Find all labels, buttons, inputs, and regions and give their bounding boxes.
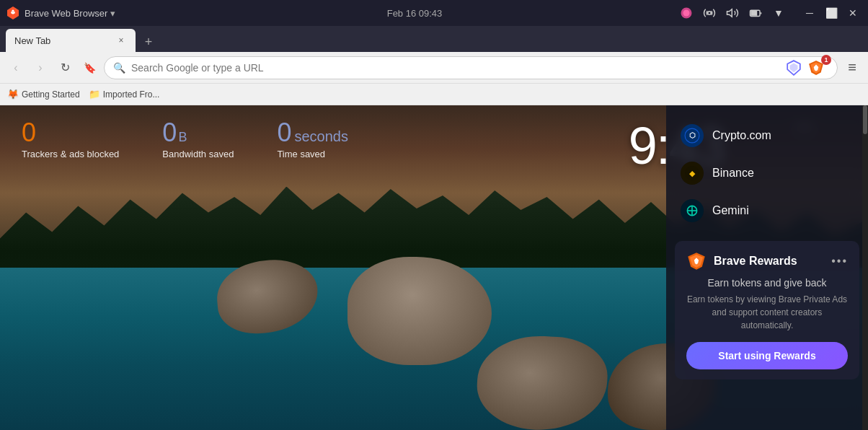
right-panel: ⬡ Crypto.com ◆ Binance — [666, 105, 868, 430]
exchange-item-binance[interactable]: ◆ Binance — [666, 154, 868, 192]
bookmarks-bar: 🦊 Getting Started 📁 Imported Fro... — [0, 84, 868, 105]
brave-logo-icon — [6, 6, 20, 20]
svg-point-7 — [708, 12, 712, 15]
active-tab[interactable]: New Tab × — [6, 29, 136, 52]
svg-point-4 — [12, 9, 14, 12]
tab-bar: New Tab × + — [0, 26, 868, 52]
address-bar[interactable]: 🔍 1 — [104, 56, 838, 79]
stat-trackers: 0 Trackers & ads blocked — [22, 120, 119, 159]
crypto-name: Crypto.com — [712, 129, 771, 142]
tray-icon-battery — [748, 6, 763, 20]
stat-bandwidth: 0 B Bandwidth saved — [162, 120, 234, 159]
binance-name: Binance — [712, 167, 754, 180]
bookmark-button[interactable]: 🔖 — [79, 58, 99, 78]
trackers-label: Trackers & ads blocked — [22, 149, 119, 159]
crypto-icon: ⬡ — [681, 124, 704, 147]
svg-text:⬡: ⬡ — [689, 131, 696, 139]
title-bar-right: ▼ ─ ⬜ ✕ — [679, 5, 862, 21]
rewards-logo-icon — [686, 251, 707, 271]
time-label: Time saved — [277, 149, 348, 159]
bandwidth-unit: B — [178, 130, 187, 145]
start-rewards-label: Start using Rewards — [718, 350, 815, 361]
datetime-display: Feb 16 09:43 — [387, 8, 443, 19]
maximize-button[interactable]: ⬜ — [822, 5, 841, 21]
scrollbar-thumb[interactable] — [863, 105, 867, 134]
new-tab-button[interactable]: + — [138, 32, 159, 52]
tray-icon-1 — [679, 6, 694, 20]
exchange-list: ⬡ Crypto.com ◆ Binance — [666, 117, 868, 235]
minimize-button[interactable]: ─ — [800, 5, 819, 21]
search-icon: 🔍 — [113, 62, 125, 74]
tab-close-button[interactable]: × — [115, 35, 127, 46]
start-rewards-button[interactable]: Start using Rewards — [686, 342, 848, 369]
url-input[interactable] — [131, 62, 779, 74]
notification-badge: 1 — [821, 55, 831, 65]
rewards-description: Earn tokens by viewing Brave Private Ads… — [686, 293, 848, 332]
title-bar: Brave Web Browser ▾ Feb 16 09:43 ▼ ─ ⬜ ✕ — [0, 0, 868, 26]
exchange-item-gemini[interactable]: Gemini — [666, 192, 868, 229]
svg-marker-8 — [727, 9, 732, 17]
time-unit: seconds — [294, 128, 348, 145]
exchange-item-crypto[interactable]: ⬡ Crypto.com — [666, 117, 868, 154]
svg-marker-12 — [790, 63, 798, 72]
browser-menu-button[interactable]: ≡ — [842, 58, 862, 78]
gemini-icon — [681, 199, 704, 222]
gemini-name: Gemini — [712, 204, 749, 217]
main-content: 0 Trackers & ads blocked 0 B Bandwidth s… — [0, 105, 868, 430]
rewards-card: Brave Rewards ••• Earn tokens and give b… — [675, 241, 859, 379]
tray-icon-chevron[interactable]: ▼ — [771, 6, 786, 20]
time-count: 0 — [277, 120, 291, 146]
forward-button[interactable]: › — [30, 58, 50, 78]
rewards-subtitle: Earn tokens and give back — [686, 277, 848, 289]
tab-title: New Tab — [14, 35, 110, 46]
title-bar-left: Brave Web Browser ▾ — [6, 6, 150, 20]
rewards-header: Brave Rewards ••• — [686, 251, 848, 271]
stat-time: 0 seconds Time saved — [277, 120, 348, 159]
trackers-count: 0 — [22, 120, 119, 146]
bandwidth-label: Bandwidth saved — [162, 149, 234, 159]
window-controls: ─ ⬜ ✕ — [800, 5, 862, 21]
svg-point-6 — [683, 10, 690, 17]
rock-2 — [347, 257, 492, 365]
app-menu-dropdown[interactable]: ▾ — [110, 8, 115, 19]
bookmark-imported[interactable]: 📁 Imported Fro... — [89, 89, 160, 100]
rewards-menu-button[interactable]: ••• — [831, 255, 848, 268]
rewards-notification-icon[interactable]: 1 — [808, 58, 828, 78]
back-button[interactable]: ‹ — [6, 58, 26, 78]
svg-rect-10 — [751, 12, 757, 15]
app-name: Brave Web Browser ▾ — [25, 8, 115, 19]
nav-bar: ‹ › ↻ 🔖 🔍 1 ≡ — [0, 52, 868, 84]
binance-icon: ◆ — [681, 162, 704, 185]
brave-shield-icon[interactable] — [785, 59, 802, 76]
stats-overlay: 0 Trackers & ads blocked 0 B Bandwidth s… — [22, 120, 348, 159]
bookmark-getting-started[interactable]: 🦊 Getting Started — [7, 89, 80, 100]
close-button[interactable]: ✕ — [843, 5, 862, 21]
svg-text:◆: ◆ — [689, 169, 696, 177]
bandwidth-count: 0 — [162, 120, 177, 146]
tray-icon-volume — [725, 6, 740, 20]
title-bar-center: Feb 16 09:43 — [156, 8, 673, 19]
reload-button[interactable]: ↻ — [55, 58, 75, 78]
scrollbar[interactable] — [862, 105, 868, 430]
tray-icon-2 — [702, 6, 717, 20]
rewards-title: Brave Rewards — [714, 255, 824, 268]
